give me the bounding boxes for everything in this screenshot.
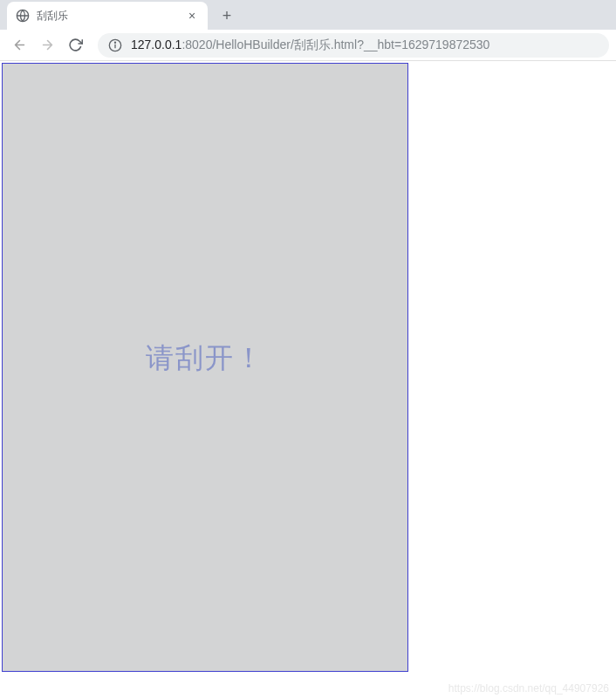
new-tab-button[interactable]: + bbox=[215, 3, 239, 28]
svg-point-3 bbox=[114, 42, 115, 43]
watermark: https://blog.csdn.net/qq_44907926 bbox=[448, 682, 609, 695]
globe-icon bbox=[16, 9, 30, 23]
tab-strip: 刮刮乐 × + bbox=[0, 0, 616, 30]
tab-title: 刮刮乐 bbox=[37, 9, 185, 24]
browser-toolbar: 127.0.0.1:8020/HelloHBuilder/刮刮乐.html?__… bbox=[0, 30, 616, 61]
scratch-prompt: 请刮开！ bbox=[146, 339, 264, 378]
reload-button[interactable] bbox=[63, 33, 87, 58]
back-button[interactable] bbox=[7, 33, 31, 58]
address-bar[interactable]: 127.0.0.1:8020/HelloHBuilder/刮刮乐.html?__… bbox=[98, 33, 609, 58]
url-path: :8020/HelloHBuilder/刮刮乐.html?__hbt=16297… bbox=[181, 38, 489, 51]
close-icon[interactable]: × bbox=[185, 9, 199, 23]
browser-tab[interactable]: 刮刮乐 × bbox=[7, 2, 208, 30]
info-icon[interactable] bbox=[108, 38, 122, 52]
forward-button[interactable] bbox=[35, 33, 59, 58]
scratch-card[interactable]: 请刮开！ bbox=[2, 63, 408, 672]
page-content: 请刮开！ bbox=[0, 61, 616, 674]
url-text: 127.0.0.1:8020/HelloHBuilder/刮刮乐.html?__… bbox=[131, 38, 489, 53]
url-host: 127.0.0.1 bbox=[131, 38, 181, 51]
